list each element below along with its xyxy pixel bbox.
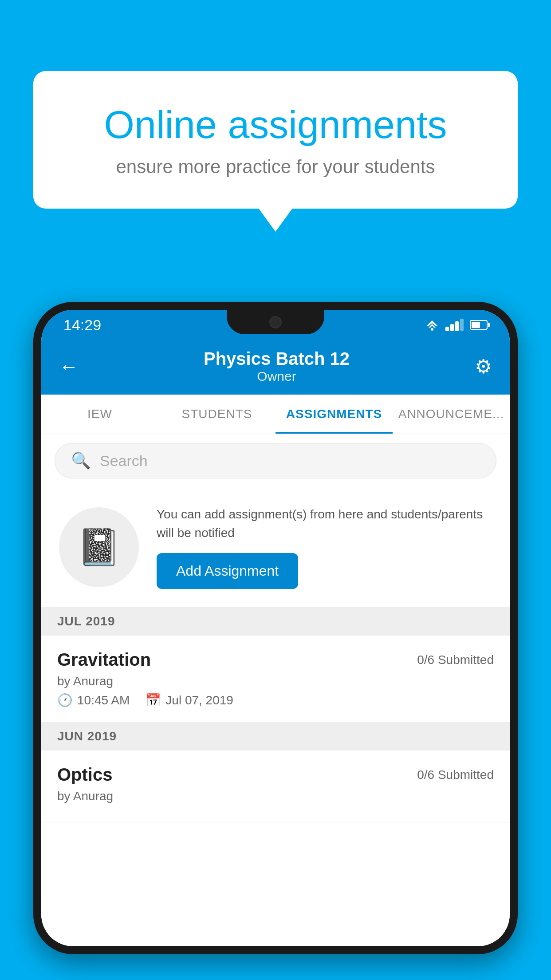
- status-icons: [425, 319, 488, 331]
- signal-icon: [445, 319, 464, 331]
- app-header: ← Physics Batch 12 Owner ⚙: [41, 340, 510, 395]
- header-title: Physics Batch 12: [204, 349, 350, 369]
- assignment-date-gravitation: Jul 07, 2019: [165, 693, 233, 707]
- battery-icon: [470, 320, 488, 330]
- assignment-row1: Gravitation 0/6 Submitted: [57, 650, 494, 670]
- promo-text-group: You can add assignment(s) from here and …: [157, 505, 492, 589]
- meta-date-gravitation: 📅 Jul 07, 2019: [146, 693, 233, 707]
- assignment-author-gravitation: by Anurag: [57, 674, 494, 688]
- assignment-item-gravitation[interactable]: Gravitation 0/6 Submitted by Anurag 🕐 10…: [41, 636, 510, 722]
- header-subtitle: Owner: [204, 369, 350, 384]
- assignment-submitted-gravitation: 0/6 Submitted: [417, 653, 494, 667]
- assignment-title-optics: Optics: [57, 765, 112, 785]
- tab-students[interactable]: STUDENTS: [158, 395, 276, 434]
- promo-subtitle: ensure more practice for your students: [69, 156, 482, 178]
- clock-icon: 🕐: [57, 693, 73, 707]
- search-icon: 🔍: [71, 451, 91, 470]
- promo-title: Online assignments: [69, 102, 482, 147]
- status-time: 14:29: [63, 316, 101, 334]
- assignment-time-gravitation: 10:45 AM: [77, 693, 130, 707]
- search-container: 🔍 Search: [41, 434, 510, 487]
- speech-bubble: Online assignments ensure more practice …: [33, 71, 518, 209]
- phone-screen: 14:29: [41, 310, 510, 946]
- phone-camera: [269, 316, 282, 328]
- add-assignment-button[interactable]: Add Assignment: [157, 553, 298, 589]
- assignment-title-gravitation: Gravitation: [57, 650, 151, 670]
- promo-description: You can add assignment(s) from here and …: [157, 505, 492, 542]
- phone-mockup: 14:29: [33, 302, 518, 980]
- assignment-item-optics[interactable]: Optics 0/6 Submitted by Anurag: [41, 751, 510, 822]
- tabs-bar: IEW STUDENTS ASSIGNMENTS ANNOUNCEME...: [41, 395, 510, 434]
- content-area: JUL 2019 Gravitation 0/6 Submitted by An…: [41, 607, 510, 946]
- svg-point-2: [431, 328, 433, 331]
- header-title-group: Physics Batch 12 Owner: [204, 349, 350, 384]
- tab-iew[interactable]: IEW: [41, 395, 158, 434]
- tab-announcements[interactable]: ANNOUNCEME...: [393, 395, 510, 434]
- meta-time-gravitation: 🕐 10:45 AM: [57, 693, 130, 707]
- promo-section: Online assignments ensure more practice …: [33, 71, 518, 209]
- assignment-submitted-optics: 0/6 Submitted: [417, 768, 494, 782]
- wifi-icon: [425, 319, 439, 331]
- phone-outer: 14:29: [33, 302, 518, 954]
- calendar-icon: 📅: [146, 693, 161, 707]
- settings-icon[interactable]: ⚙: [475, 355, 492, 378]
- notebook-icon: 📓: [77, 526, 121, 568]
- search-placeholder: Search: [100, 452, 148, 470]
- promo-icon-circle: 📓: [59, 507, 139, 587]
- section-header-jun: JUN 2019: [41, 722, 510, 751]
- tab-assignments[interactable]: ASSIGNMENTS: [276, 395, 393, 434]
- search-bar[interactable]: 🔍 Search: [55, 443, 496, 478]
- assignment-meta-gravitation: 🕐 10:45 AM 📅 Jul 07, 2019: [57, 693, 494, 707]
- phone-notch: [227, 310, 324, 334]
- assignment-author-optics: by Anurag: [57, 789, 494, 803]
- add-assignment-promo: 📓 You can add assignment(s) from here an…: [41, 487, 510, 607]
- section-header-jul: JUL 2019: [41, 607, 510, 636]
- back-button[interactable]: ←: [59, 356, 79, 378]
- assignment-row1-optics: Optics 0/6 Submitted: [57, 765, 494, 785]
